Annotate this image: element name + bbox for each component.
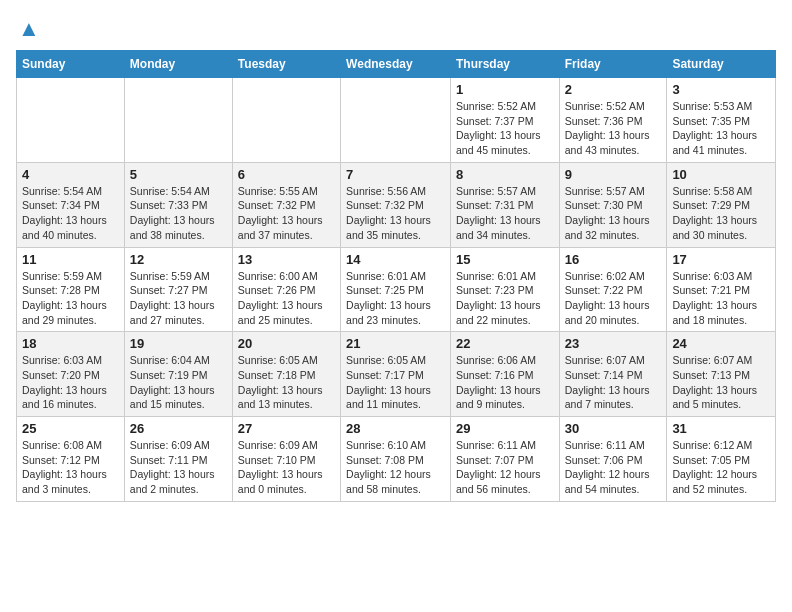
day-number: 14 <box>346 252 445 267</box>
day-number: 10 <box>672 167 770 182</box>
day-number: 13 <box>238 252 335 267</box>
day-number: 7 <box>346 167 445 182</box>
day-number: 9 <box>565 167 662 182</box>
weekday-header-friday: Friday <box>559 51 667 78</box>
week-row-2: 4Sunrise: 5:54 AM Sunset: 7:34 PM Daylig… <box>17 162 776 247</box>
day-number: 22 <box>456 336 554 351</box>
day-number: 11 <box>22 252 119 267</box>
day-number: 24 <box>672 336 770 351</box>
day-info: Sunrise: 6:00 AM Sunset: 7:26 PM Dayligh… <box>238 269 335 328</box>
day-cell: 4Sunrise: 5:54 AM Sunset: 7:34 PM Daylig… <box>17 162 125 247</box>
day-cell: 15Sunrise: 6:01 AM Sunset: 7:23 PM Dayli… <box>450 247 559 332</box>
day-info: Sunrise: 5:53 AM Sunset: 7:35 PM Dayligh… <box>672 99 770 158</box>
day-cell: 7Sunrise: 5:56 AM Sunset: 7:32 PM Daylig… <box>341 162 451 247</box>
day-number: 16 <box>565 252 662 267</box>
logo-bird-icon: ▲ <box>18 16 40 42</box>
day-number: 29 <box>456 421 554 436</box>
day-info: Sunrise: 6:01 AM Sunset: 7:23 PM Dayligh… <box>456 269 554 328</box>
day-cell: 29Sunrise: 6:11 AM Sunset: 7:07 PM Dayli… <box>450 417 559 502</box>
day-info: Sunrise: 6:09 AM Sunset: 7:10 PM Dayligh… <box>238 438 335 497</box>
day-cell: 27Sunrise: 6:09 AM Sunset: 7:10 PM Dayli… <box>232 417 340 502</box>
day-info: Sunrise: 6:07 AM Sunset: 7:13 PM Dayligh… <box>672 353 770 412</box>
weekday-header-thursday: Thursday <box>450 51 559 78</box>
day-info: Sunrise: 5:59 AM Sunset: 7:27 PM Dayligh… <box>130 269 227 328</box>
day-cell: 2Sunrise: 5:52 AM Sunset: 7:36 PM Daylig… <box>559 78 667 163</box>
day-number: 21 <box>346 336 445 351</box>
day-info: Sunrise: 6:07 AM Sunset: 7:14 PM Dayligh… <box>565 353 662 412</box>
day-number: 4 <box>22 167 119 182</box>
day-cell: 1Sunrise: 5:52 AM Sunset: 7:37 PM Daylig… <box>450 78 559 163</box>
day-info: Sunrise: 5:59 AM Sunset: 7:28 PM Dayligh… <box>22 269 119 328</box>
day-cell: 20Sunrise: 6:05 AM Sunset: 7:18 PM Dayli… <box>232 332 340 417</box>
week-row-3: 11Sunrise: 5:59 AM Sunset: 7:28 PM Dayli… <box>17 247 776 332</box>
day-info: Sunrise: 6:06 AM Sunset: 7:16 PM Dayligh… <box>456 353 554 412</box>
day-number: 1 <box>456 82 554 97</box>
week-row-5: 25Sunrise: 6:08 AM Sunset: 7:12 PM Dayli… <box>17 417 776 502</box>
day-cell: 25Sunrise: 6:08 AM Sunset: 7:12 PM Dayli… <box>17 417 125 502</box>
day-info: Sunrise: 5:57 AM Sunset: 7:31 PM Dayligh… <box>456 184 554 243</box>
day-cell: 23Sunrise: 6:07 AM Sunset: 7:14 PM Dayli… <box>559 332 667 417</box>
day-cell: 24Sunrise: 6:07 AM Sunset: 7:13 PM Dayli… <box>667 332 776 417</box>
day-cell: 30Sunrise: 6:11 AM Sunset: 7:06 PM Dayli… <box>559 417 667 502</box>
day-number: 12 <box>130 252 227 267</box>
day-info: Sunrise: 6:11 AM Sunset: 7:06 PM Dayligh… <box>565 438 662 497</box>
day-info: Sunrise: 5:52 AM Sunset: 7:37 PM Dayligh… <box>456 99 554 158</box>
week-row-1: 1Sunrise: 5:52 AM Sunset: 7:37 PM Daylig… <box>17 78 776 163</box>
day-cell: 9Sunrise: 5:57 AM Sunset: 7:30 PM Daylig… <box>559 162 667 247</box>
day-info: Sunrise: 6:04 AM Sunset: 7:19 PM Dayligh… <box>130 353 227 412</box>
day-number: 15 <box>456 252 554 267</box>
day-number: 19 <box>130 336 227 351</box>
day-info: Sunrise: 5:55 AM Sunset: 7:32 PM Dayligh… <box>238 184 335 243</box>
day-cell: 31Sunrise: 6:12 AM Sunset: 7:05 PM Dayli… <box>667 417 776 502</box>
day-cell: 19Sunrise: 6:04 AM Sunset: 7:19 PM Dayli… <box>124 332 232 417</box>
day-number: 20 <box>238 336 335 351</box>
day-cell: 16Sunrise: 6:02 AM Sunset: 7:22 PM Dayli… <box>559 247 667 332</box>
day-cell: 13Sunrise: 6:00 AM Sunset: 7:26 PM Dayli… <box>232 247 340 332</box>
day-info: Sunrise: 6:10 AM Sunset: 7:08 PM Dayligh… <box>346 438 445 497</box>
day-info: Sunrise: 5:54 AM Sunset: 7:33 PM Dayligh… <box>130 184 227 243</box>
day-cell: 5Sunrise: 5:54 AM Sunset: 7:33 PM Daylig… <box>124 162 232 247</box>
day-number: 26 <box>130 421 227 436</box>
week-row-4: 18Sunrise: 6:03 AM Sunset: 7:20 PM Dayli… <box>17 332 776 417</box>
logo: ▲ <box>16 16 40 42</box>
day-number: 31 <box>672 421 770 436</box>
day-number: 25 <box>22 421 119 436</box>
day-number: 6 <box>238 167 335 182</box>
day-number: 28 <box>346 421 445 436</box>
day-number: 30 <box>565 421 662 436</box>
weekday-header-tuesday: Tuesday <box>232 51 340 78</box>
weekday-header-sunday: Sunday <box>17 51 125 78</box>
day-cell: 14Sunrise: 6:01 AM Sunset: 7:25 PM Dayli… <box>341 247 451 332</box>
calendar-body: 1Sunrise: 5:52 AM Sunset: 7:37 PM Daylig… <box>17 78 776 502</box>
day-info: Sunrise: 5:52 AM Sunset: 7:36 PM Dayligh… <box>565 99 662 158</box>
day-number: 8 <box>456 167 554 182</box>
day-number: 5 <box>130 167 227 182</box>
page-header: ▲ <box>16 16 776 42</box>
day-info: Sunrise: 6:09 AM Sunset: 7:11 PM Dayligh… <box>130 438 227 497</box>
day-cell: 21Sunrise: 6:05 AM Sunset: 7:17 PM Dayli… <box>341 332 451 417</box>
day-info: Sunrise: 5:57 AM Sunset: 7:30 PM Dayligh… <box>565 184 662 243</box>
day-cell: 8Sunrise: 5:57 AM Sunset: 7:31 PM Daylig… <box>450 162 559 247</box>
day-cell: 22Sunrise: 6:06 AM Sunset: 7:16 PM Dayli… <box>450 332 559 417</box>
day-cell: 11Sunrise: 5:59 AM Sunset: 7:28 PM Dayli… <box>17 247 125 332</box>
calendar-table: SundayMondayTuesdayWednesdayThursdayFrid… <box>16 50 776 502</box>
day-number: 27 <box>238 421 335 436</box>
day-info: Sunrise: 6:05 AM Sunset: 7:18 PM Dayligh… <box>238 353 335 412</box>
day-number: 23 <box>565 336 662 351</box>
day-cell <box>341 78 451 163</box>
day-info: Sunrise: 6:08 AM Sunset: 7:12 PM Dayligh… <box>22 438 119 497</box>
day-cell: 3Sunrise: 5:53 AM Sunset: 7:35 PM Daylig… <box>667 78 776 163</box>
day-cell: 28Sunrise: 6:10 AM Sunset: 7:08 PM Dayli… <box>341 417 451 502</box>
day-info: Sunrise: 6:02 AM Sunset: 7:22 PM Dayligh… <box>565 269 662 328</box>
day-info: Sunrise: 5:56 AM Sunset: 7:32 PM Dayligh… <box>346 184 445 243</box>
day-number: 17 <box>672 252 770 267</box>
day-number: 18 <box>22 336 119 351</box>
day-cell <box>17 78 125 163</box>
day-info: Sunrise: 6:12 AM Sunset: 7:05 PM Dayligh… <box>672 438 770 497</box>
day-info: Sunrise: 6:03 AM Sunset: 7:20 PM Dayligh… <box>22 353 119 412</box>
day-info: Sunrise: 6:05 AM Sunset: 7:17 PM Dayligh… <box>346 353 445 412</box>
day-cell <box>124 78 232 163</box>
day-info: Sunrise: 5:54 AM Sunset: 7:34 PM Dayligh… <box>22 184 119 243</box>
day-info: Sunrise: 6:01 AM Sunset: 7:25 PM Dayligh… <box>346 269 445 328</box>
weekday-header-saturday: Saturday <box>667 51 776 78</box>
